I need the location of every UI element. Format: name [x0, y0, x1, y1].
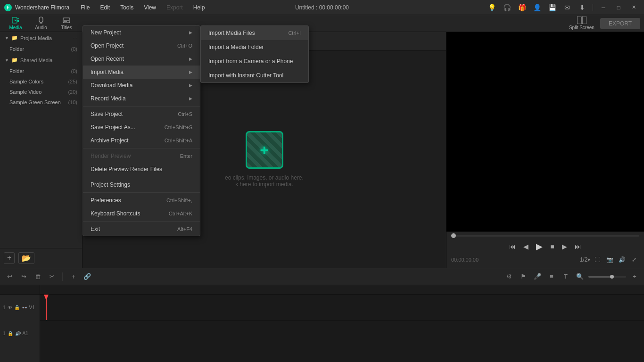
sample-green-screen-item[interactable]: Sample Green Screen (10) — [0, 97, 82, 107]
menu-save-project[interactable]: Save Project Ctrl+S — [83, 107, 200, 121]
menu-help[interactable]: Help — [189, 3, 210, 12]
save-cloud-icon[interactable]: 💾 — [545, 2, 559, 13]
keyboard-shortcuts-shortcut: Ctrl+Alt+K — [169, 211, 192, 216]
user-icon[interactable]: 👤 — [530, 2, 544, 13]
mail-icon[interactable]: ✉ — [561, 2, 574, 13]
play-button[interactable]: ▶ — [534, 240, 545, 253]
import-media-submenu: Import Media Files Ctrl+I Import a Media… — [200, 25, 309, 83]
menu-exit[interactable]: Exit Alt+F4 — [83, 222, 200, 236]
new-folder-button[interactable]: 📂 — [18, 252, 34, 264]
submenu-import-folder[interactable]: Import a Media Folder — [201, 40, 308, 54]
menu-archive-project[interactable]: Archive Project Ctrl+Shift+A — [83, 134, 200, 147]
audio-label: Audio — [35, 25, 47, 30]
tl-zoom-in-icon[interactable]: + — [629, 271, 640, 282]
step-forward-button[interactable]: ⏭ — [572, 242, 584, 251]
menu-open-project[interactable]: Open Project Ctrl+O — [83, 39, 200, 52]
media-label: Media — [9, 25, 22, 30]
tl-zoom-out-icon[interactable]: 🔍 — [574, 271, 586, 282]
menu-open-recent[interactable]: Open Recent — [83, 52, 200, 66]
download-icon[interactable]: ⬇ — [576, 2, 589, 13]
tl-subtitle-icon[interactable]: T — [560, 271, 571, 282]
open-project-label: Open Project — [91, 42, 124, 49]
split-screen-button[interactable]: Split Screen — [565, 15, 598, 32]
prev-frame-button[interactable]: ◀ — [521, 242, 531, 251]
notification-icon[interactable]: 💡 — [485, 2, 498, 13]
shared-media-section[interactable]: ▼ 📁 Shared Media — [0, 54, 82, 66]
shared-media-label: Shared Media — [20, 58, 53, 63]
preview-icon[interactable]: 👓 — [22, 305, 27, 310]
toolbar-media-btn[interactable]: Media — [4, 15, 27, 32]
playhead[interactable] — [46, 295, 47, 320]
fraction-select[interactable]: 1/2 ▾ — [580, 255, 590, 265]
import-hint-line2: k here to import media. — [225, 181, 304, 188]
gift-icon[interactable]: 🎁 — [515, 2, 528, 13]
menu-save-project-as[interactable]: Save Project As... Ctrl+Shift+S — [83, 121, 200, 134]
menu-export[interactable]: Export — [162, 3, 188, 12]
menu-preferences[interactable]: Preferences Ctrl+Shift+, — [83, 194, 200, 207]
audio-lock-icon[interactable]: 🔒 — [8, 331, 13, 336]
aspect-ratio-button[interactable]: ⛶ — [592, 255, 603, 265]
project-media-section[interactable]: ▼ 📁 Project Media ⋯ — [0, 32, 82, 44]
cut-button[interactable]: ✂ — [46, 271, 58, 282]
volume-button[interactable]: 🔊 — [617, 255, 627, 265]
step-back-button[interactable]: ⏮ — [507, 242, 518, 251]
tl-mix-icon[interactable]: ≡ — [546, 271, 557, 282]
submenu-import-cutter[interactable]: Import with Instant Cutter Tool — [201, 68, 308, 82]
export-button[interactable]: EXPORT — [600, 18, 640, 29]
window-title: Untitled : 00:00:00:00 — [295, 4, 349, 11]
import-files-label: Import Media Files — [208, 30, 255, 36]
menu-tools[interactable]: Tools — [116, 3, 138, 12]
menu-new-project[interactable]: New Project — [83, 26, 200, 39]
close-button[interactable]: ✕ — [627, 2, 640, 13]
zoom-slider[interactable] — [588, 276, 626, 278]
tl-settings-icon[interactable]: ⚙ — [504, 271, 515, 282]
import-files-shortcut: Ctrl+I — [288, 30, 301, 36]
stop-button[interactable]: ■ — [548, 242, 556, 251]
import-media-button[interactable]: + — [246, 131, 283, 169]
toolbar-audio-btn[interactable]: Audio — [29, 15, 53, 32]
sample-video-item[interactable]: Sample Video (20) — [0, 87, 82, 97]
fraction-dropdown-icon: ▾ — [587, 256, 590, 263]
shared-folder-item[interactable]: Folder (0) — [0, 66, 82, 76]
project-media-label: Project Media — [20, 35, 52, 41]
archive-project-shortcut: Ctrl+Shift+A — [165, 138, 192, 143]
lock-icon[interactable]: 🔒 — [14, 305, 20, 310]
delete-button[interactable]: 🗑 — [32, 271, 43, 282]
track-a1-label: A1 — [23, 331, 28, 336]
menu-record-media[interactable]: Record Media — [83, 92, 200, 105]
progress-handle[interactable] — [451, 233, 456, 238]
eye-icon[interactable]: 👁 — [8, 305, 12, 310]
toolbar-titles-btn[interactable]: Titles — [55, 15, 78, 32]
menu-import-media[interactable]: Import Media — [83, 66, 200, 79]
redo-button[interactable]: ↪ — [18, 271, 29, 282]
submenu-import-files[interactable]: Import Media Files Ctrl+I — [201, 26, 308, 40]
headset-icon[interactable]: 🎧 — [500, 2, 513, 13]
preferences-label: Preferences — [91, 197, 121, 204]
menu-view[interactable]: View — [139, 3, 161, 12]
tl-flag-icon[interactable]: ⚑ — [518, 271, 529, 282]
project-folder-item[interactable]: Folder (0) — [0, 44, 82, 54]
audio-vol-icon[interactable]: 🔊 — [15, 331, 21, 336]
menu-delete-preview[interactable]: Delete Preview Render Files — [83, 163, 200, 176]
submenu-import-camera[interactable]: Import from a Camera or a Phone — [201, 54, 308, 68]
menu-edit[interactable]: Edit — [96, 3, 115, 12]
sample-colors-count: (25) — [68, 79, 77, 84]
tl-mic-icon[interactable]: 🎤 — [532, 271, 543, 282]
menu-keyboard-shortcuts[interactable]: Keyboard Shortcuts Ctrl+Alt+K — [83, 207, 200, 220]
progress-bar[interactable] — [451, 235, 639, 237]
add-track-button[interactable]: ＋ — [67, 271, 79, 282]
add-folder-button[interactable]: + — [4, 252, 15, 264]
menu-project-settings[interactable]: Project Settings — [83, 178, 200, 191]
undo-button[interactable]: ↩ — [4, 271, 15, 282]
zoom-handle[interactable] — [610, 275, 614, 279]
link-button[interactable]: 🔗 — [82, 271, 93, 282]
minimize-button[interactable]: ─ — [597, 2, 610, 13]
menu-download-media[interactable]: Download Media — [83, 79, 200, 92]
panel-bottom-buttons: + 📂 — [0, 248, 82, 268]
sample-colors-item[interactable]: Sample Colors (25) — [0, 76, 82, 87]
maximize-button[interactable]: □ — [612, 2, 625, 13]
fullscreen-button[interactable]: ⤢ — [629, 255, 639, 265]
menu-file[interactable]: File — [76, 3, 94, 12]
next-frame-button[interactable]: ▶ — [560, 242, 570, 251]
screenshot-button[interactable]: 📷 — [604, 255, 615, 265]
